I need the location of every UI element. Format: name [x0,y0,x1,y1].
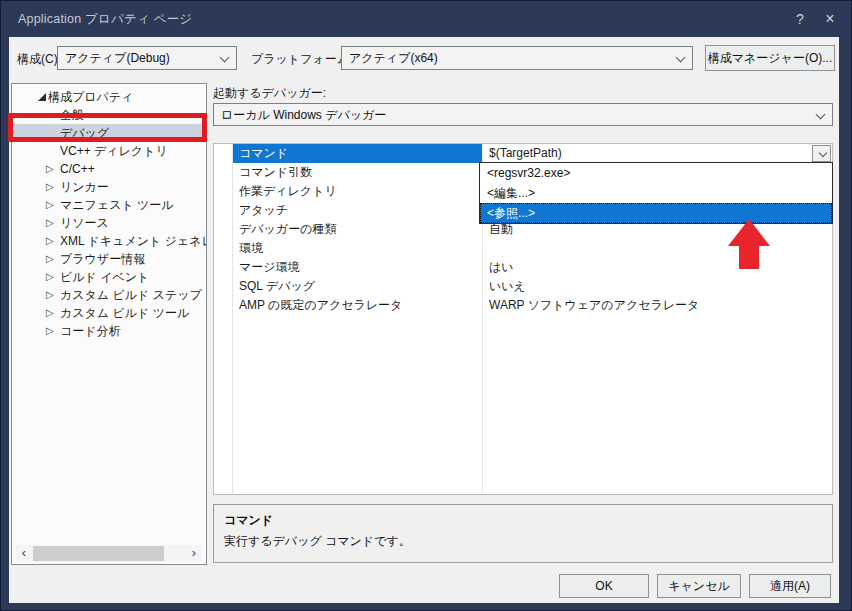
configuration-tree: 構成プロパティ 全般 デバッグ VC++ ディレクトリ ▷ C/C++ ▷ リン… [11,83,207,565]
tree-item-c-cpp[interactable]: ▷ C/C++ [12,160,206,178]
property-name[interactable]: 作業ディレクトリ [233,182,482,201]
tree-item-code-analysis[interactable]: ▷ コード分析 [12,322,206,340]
close-icon[interactable]: × [817,7,843,31]
tree-collapsed-icon[interactable]: ▷ [46,214,54,232]
tree-collapsed-icon[interactable]: ▷ [46,304,54,322]
grid-row-environment[interactable]: 環境 [214,239,832,258]
tree-item-vc-directories[interactable]: VC++ ディレクトリ [12,142,206,160]
tree-item-label: カスタム ビルド ステップ [60,286,202,304]
command-dropdown-list: <regsvr32.exe> <編集...> <参照...> [479,162,833,224]
tree-collapsed-icon[interactable]: ▷ [46,160,54,178]
tree-item-label: カスタム ビルド ツール [60,304,189,322]
grid-row-merge-environment[interactable]: マージ環境 はい [214,258,832,277]
property-name[interactable]: コマンド引数 [233,163,482,182]
tree-item-label: 構成プロパティ [48,88,133,106]
property-value[interactable]: いいえ [483,277,832,296]
tree-collapsed-icon[interactable]: ▷ [46,196,54,214]
tree-horizontal-scrollbar[interactable]: ‹ › [16,545,202,562]
tree-item-custom-build-tool[interactable]: ▷ カスタム ビルド ツール [12,304,206,322]
tree-item-linker[interactable]: ▷ リンカー [12,178,206,196]
tree-item-debugging[interactable]: デバッグ [12,124,206,142]
chevron-down-icon [220,53,230,63]
launch-debugger-value: ローカル Windows デバッガー [221,108,386,122]
scroll-left-icon[interactable]: ‹ [16,545,32,562]
tree-expanded-icon[interactable] [38,93,46,101]
tree-item-browse-information[interactable]: ▷ ブラウザー情報 [12,250,206,268]
apply-button[interactable]: 適用(A) [749,574,831,598]
tree-item-label: XML ドキュメント ジェネレーター [60,232,207,250]
grid-row-command[interactable]: コマンド $(TargetPath) [214,144,832,163]
launch-debugger-label: 起動するデバッガー: [213,85,326,102]
property-value[interactable]: はい [483,258,832,277]
tree-item-label: デバッグ [60,124,109,142]
dropdown-item-browse[interactable]: <参照...> [480,203,832,223]
platform-value: アクティブ(x64) [349,51,438,65]
tree-item-label: C/C++ [60,160,95,178]
scrollbar-thumb[interactable] [33,546,164,561]
property-name[interactable]: コマンド [233,144,482,163]
cancel-button[interactable]: キャンセル [657,574,741,598]
tree-collapsed-icon[interactable]: ▷ [46,322,54,340]
property-name[interactable]: SQL デバッグ [233,277,482,296]
property-name[interactable]: マージ環境 [233,258,482,277]
tree-item-general[interactable]: 全般 [12,106,206,124]
dropdown-item-regsvr32[interactable]: <regsvr32.exe> [480,163,832,183]
launch-debugger-combo[interactable]: ローカル Windows デバッガー [213,103,833,126]
property-value[interactable] [483,239,832,258]
chevron-down-icon [819,149,827,157]
tree-item-manifest-tool[interactable]: ▷ マニフェスト ツール [12,196,206,214]
property-name[interactable]: 環境 [233,239,482,258]
scroll-right-icon[interactable]: › [186,545,202,562]
tree-item-build-events[interactable]: ▷ ビルド イベント [12,268,206,286]
chevron-down-icon [816,110,826,120]
property-name[interactable]: アタッチ [233,201,482,220]
tree-item-label: VC++ ディレクトリ [60,142,168,160]
dropdown-item-edit[interactable]: <編集...> [480,183,832,203]
tree-item-resources[interactable]: ▷ リソース [12,214,206,232]
property-description-box: コマンド 実行するデバッグ コマンドです。 [213,504,833,563]
configuration-value: アクティブ(Debug) [65,51,170,65]
ok-button[interactable]: OK [559,574,649,598]
dialog-client-area: 構成(C): アクティブ(Debug) プラットフォーム(P): アクティブ(x… [9,37,839,603]
window-title: Application プロパティ ページ [18,11,192,28]
tree-collapsed-icon[interactable]: ▷ [46,178,54,196]
property-pages-dialog: Application プロパティ ページ ? × 構成(C): アクティブ(D… [0,0,852,611]
tree-item-label: ビルド イベント [60,268,149,286]
platform-combo[interactable]: アクティブ(x64) [341,46,693,70]
tree-item-label: 全般 [60,106,84,124]
value-dropdown-button[interactable] [812,145,831,162]
tree-collapsed-icon[interactable]: ▷ [46,268,54,286]
tree-item-label: マニフェスト ツール [60,196,174,214]
description-text: 実行するデバッグ コマンドです。 [224,533,822,550]
tree-collapsed-icon[interactable]: ▷ [46,250,54,268]
property-name[interactable]: AMP の既定のアクセラレータ [233,296,482,315]
tree-collapsed-icon[interactable]: ▷ [46,232,54,250]
description-title: コマンド [224,512,822,529]
grid-row-amp-accelerator[interactable]: AMP の既定のアクセラレータ WARP ソフトウェアのアクセラレータ [214,296,832,315]
configuration-combo[interactable]: アクティブ(Debug) [57,46,237,70]
grid-row-sql-debugging[interactable]: SQL デバッグ いいえ [214,277,832,296]
tree-item-custom-build-step[interactable]: ▷ カスタム ビルド ステップ [12,286,206,304]
tree-item-label: リソース [60,214,109,232]
tree-item-xml-document-generator[interactable]: ▷ XML ドキュメント ジェネレーター [12,232,206,250]
tree-collapsed-icon[interactable]: ▷ [46,286,54,304]
configuration-manager-button[interactable]: 構成マネージャー(O)... [705,45,835,71]
configuration-label: 構成(C): [17,51,61,68]
tree-item-label: ブラウザー情報 [60,250,145,268]
titlebar: Application プロパティ ページ ? × [1,1,851,37]
help-icon[interactable]: ? [787,7,813,31]
property-value[interactable]: WARP ソフトウェアのアクセラレータ [483,296,832,315]
property-name[interactable]: デバッガーの種類 [233,220,482,239]
property-value[interactable]: $(TargetPath) [483,144,832,163]
tree-item-label: リンカー [60,178,109,196]
chevron-down-icon [676,53,686,63]
tree-item-label: コード分析 [60,322,121,340]
tree-item-configuration-properties[interactable]: 構成プロパティ [12,88,206,106]
